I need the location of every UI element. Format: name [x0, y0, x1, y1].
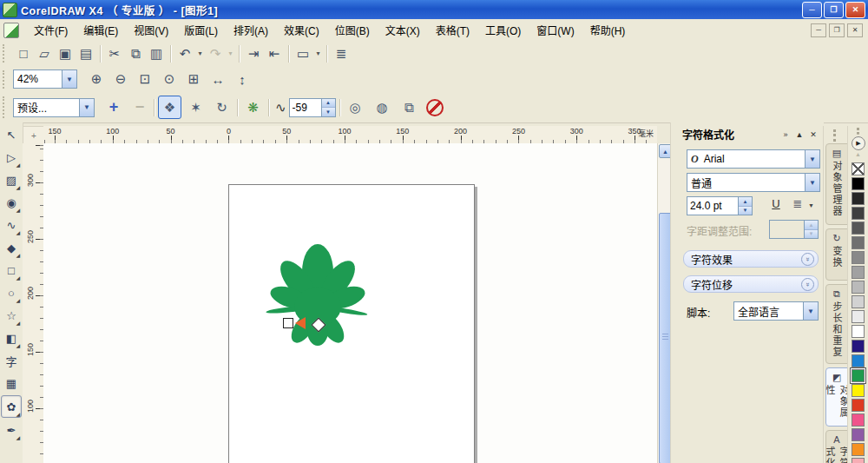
color-swatch[interactable] — [852, 458, 865, 463]
print-icon[interactable]: ▤ — [76, 43, 96, 64]
color-swatch[interactable] — [852, 443, 865, 456]
font-size-spinner[interactable]: 24.0 pt ▲▼ — [687, 196, 753, 215]
options-icon[interactable]: ≣ — [331, 43, 352, 64]
rectangle-tool[interactable]: □◢ — [2, 260, 21, 281]
chevron-down-icon[interactable]: ▼ — [808, 202, 814, 208]
palette-flyout-icon[interactable]: ▶ — [852, 136, 865, 150]
application-launcher-icon[interactable]: ▭ — [293, 43, 313, 64]
menu-item[interactable]: 窗口(W) — [529, 20, 582, 40]
freehand-tool[interactable]: ∿◢ — [2, 215, 21, 235]
zoom-level-combobox[interactable]: 42% ▼ — [13, 69, 77, 89]
character-shift-section[interactable]: 字符位移 » — [683, 275, 819, 293]
docker-tab-transform[interactable]: ↻变换 — [825, 228, 848, 281]
paste-icon[interactable]: ▥ — [146, 43, 167, 64]
palette-scroll-up-icon[interactable]: ▲ — [852, 151, 865, 160]
color-swatch[interactable] — [852, 266, 865, 279]
chevron-down-icon[interactable]: ▼ — [62, 70, 76, 88]
expand-section-icon[interactable]: » — [801, 278, 814, 291]
zoom-in-icon[interactable]: ⊕ — [86, 69, 107, 89]
crop-tool[interactable]: ▨◢ — [2, 169, 21, 190]
zoom-tool[interactable]: ◉◢ — [2, 192, 21, 213]
horizontal-ruler[interactable]: 毫米 15010050050100150200250300350 — [43, 126, 657, 144]
add-preset-button[interactable]: + — [103, 97, 124, 118]
color-swatch[interactable] — [852, 177, 865, 190]
doc-close-button[interactable]: ✕ — [847, 23, 863, 37]
close-button[interactable]: ✕ — [845, 2, 865, 18]
palette-grip[interactable] — [857, 128, 863, 135]
distortion-start-handle[interactable] — [283, 318, 293, 328]
zipper-distortion-icon[interactable]: ✶ — [184, 96, 207, 119]
pick-tool[interactable]: ↖ — [2, 124, 21, 145]
menu-item[interactable]: 文本(X) — [378, 20, 428, 40]
zoom-to-selection-icon[interactable]: ⊡ — [135, 69, 155, 89]
color-swatch[interactable] — [852, 340, 865, 353]
color-swatch[interactable] — [852, 207, 865, 220]
save-icon[interactable]: ▣ — [55, 43, 76, 64]
chevron-down-icon[interactable]: ▼ — [805, 174, 819, 191]
minimize-button[interactable]: ─ — [802, 2, 822, 18]
toolbar-grip[interactable] — [3, 96, 9, 118]
color-swatch[interactable] — [852, 251, 865, 264]
menu-item[interactable]: 表格(T) — [428, 20, 477, 40]
toolbar-grip[interactable] — [3, 70, 9, 89]
menu-item[interactable]: 排列(A) — [226, 20, 276, 40]
undo-icon[interactable]: ↶ — [174, 43, 195, 64]
vertical-ruler[interactable]: 300250200150100 — [23, 143, 44, 463]
canvas-vertical-scrollbar[interactable]: ▲ — [657, 143, 671, 463]
menu-item[interactable]: 版面(L) — [176, 20, 226, 40]
zoom-to-page-icon[interactable]: ⊞ — [183, 69, 204, 89]
menu-item[interactable]: 效果(C) — [276, 20, 327, 40]
distortion-arrow-handle[interactable] — [295, 317, 306, 329]
push-pull-distortion-icon[interactable]: ❖ — [158, 96, 181, 119]
color-swatch[interactable] — [852, 310, 865, 323]
spinner-buttons[interactable]: ▲▼ — [738, 197, 752, 215]
table-tool[interactable]: ▦ — [2, 373, 21, 394]
spinner-buttons[interactable]: ▲▼ — [321, 99, 335, 116]
menu-item[interactable]: 文件(F) — [26, 20, 76, 40]
drawing-canvas[interactable] — [43, 143, 657, 463]
restore-button[interactable]: ❐ — [824, 2, 844, 18]
chevron-down-icon[interactable]: ▼ — [803, 302, 818, 320]
color-swatch[interactable] — [852, 325, 865, 338]
font-combobox[interactable]: O Arial ▼ — [687, 149, 820, 169]
menu-item[interactable]: 编辑(E) — [76, 20, 126, 40]
delete-preset-button[interactable]: − — [129, 97, 150, 118]
color-swatch[interactable] — [852, 236, 865, 249]
undo-dropdown-icon[interactable]: ▾ — [195, 43, 205, 64]
color-swatch[interactable] — [852, 354, 865, 367]
shape-tool[interactable]: ▷◢ — [2, 147, 21, 168]
color-swatch[interactable] — [852, 295, 865, 308]
underline-button[interactable]: U — [768, 197, 784, 212]
zoom-to-page-width-icon[interactable]: ↔ — [207, 69, 228, 89]
menu-item[interactable]: 视图(V) — [126, 20, 176, 40]
polygon-tool[interactable]: ☆◢ — [2, 305, 21, 326]
chevron-down-icon[interactable]: ▼ — [79, 99, 94, 116]
eyedropper-tool[interactable]: ✒◢ — [2, 420, 21, 440]
color-swatch[interactable] — [852, 192, 865, 205]
color-swatch[interactable] — [852, 369, 865, 382]
docker-tab-character-formatting[interactable]: A字符格式化 — [825, 430, 848, 463]
launcher-dropdown-icon[interactable]: ▾ — [313, 43, 323, 64]
ellipse-tool[interactable]: ○◢ — [2, 282, 21, 303]
center-distortion-icon[interactable]: ◎ — [344, 96, 367, 119]
color-swatch[interactable] — [852, 399, 865, 412]
docker-collapse-icon[interactable]: ▲ — [793, 130, 806, 139]
docker-tab-object-properties[interactable]: ◩对象属性 — [825, 367, 848, 427]
docker-tab-object-manager[interactable]: ▤对象管理器 — [825, 143, 848, 225]
character-list-button[interactable]: ≣ — [789, 197, 806, 212]
interactive-distortion-tool[interactable]: ✿◢ — [1, 395, 22, 418]
doc-minimize-button[interactable]: ─ — [811, 23, 826, 37]
color-swatch[interactable] — [852, 222, 865, 235]
amplitude-spinner[interactable]: -59 ▲▼ — [289, 98, 336, 117]
color-swatch[interactable] — [852, 413, 865, 427]
twister-distortion-icon[interactable]: ↻ — [210, 96, 233, 119]
copy-icon[interactable]: ⧉ — [125, 43, 146, 64]
expand-section-icon[interactable]: » — [801, 253, 814, 266]
font-style-combobox[interactable]: 普通 ▼ — [687, 173, 820, 192]
open-icon[interactable]: ▱ — [34, 43, 55, 64]
zoom-out-icon[interactable]: ⊖ — [110, 69, 131, 89]
chevron-down-icon[interactable]: ▼ — [805, 150, 819, 168]
docker-close-icon[interactable]: ✕ — [807, 130, 819, 139]
basic-shapes-tool[interactable]: ◧◢ — [2, 327, 21, 348]
docker-grip[interactable] — [833, 129, 839, 142]
